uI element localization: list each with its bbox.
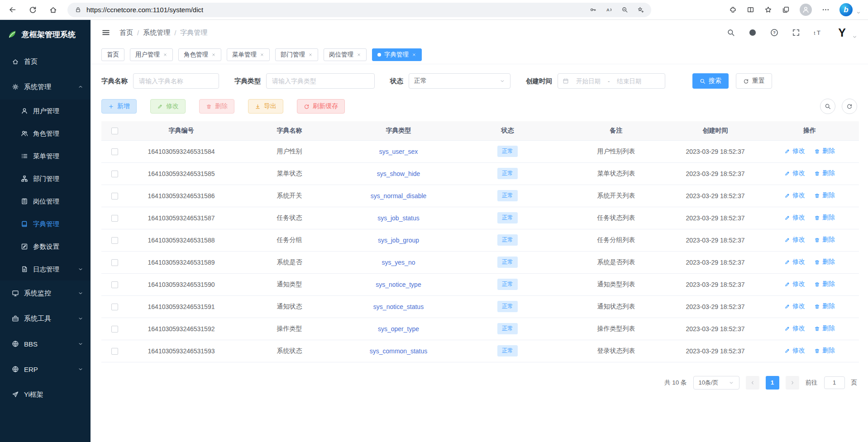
page-size-select[interactable]: 10条/页 — [693, 376, 739, 390]
github-icon[interactable] — [749, 29, 757, 37]
dict-type-link[interactable]: sys_oper_type — [378, 325, 419, 333]
user-menu-caret-icon[interactable] — [852, 34, 857, 39]
row-checkbox[interactable] — [111, 259, 118, 266]
tab-dept[interactable]: 部门管理 — [275, 48, 318, 61]
extensions-icon[interactable] — [729, 6, 737, 14]
delete-button[interactable]: 删除 — [199, 99, 234, 114]
refresh-cache-button[interactable]: 刷新缓存 — [297, 99, 345, 114]
add-favorite-icon[interactable] — [637, 6, 644, 13]
tab-role[interactable]: 角色管理 — [178, 48, 221, 61]
delete-row-link[interactable]: 删除 — [814, 214, 835, 222]
delete-row-link[interactable]: 删除 — [814, 236, 835, 244]
edit-row-link[interactable]: 修改 — [784, 191, 805, 200]
row-checkbox[interactable] — [111, 215, 118, 222]
browser-refresh-icon[interactable] — [29, 5, 37, 14]
edit-row-link[interactable]: 修改 — [784, 324, 805, 333]
edit-row-link[interactable]: 修改 — [784, 236, 805, 244]
split-screen-icon[interactable] — [747, 6, 754, 14]
read-aloud-icon[interactable]: A — [606, 6, 612, 13]
sidebar-item-system[interactable]: 系统管理 — [0, 74, 91, 100]
tab-close-icon[interactable] — [308, 52, 313, 57]
bing-copilot-icon[interactable]: b — [839, 3, 853, 16]
help-icon[interactable]: ? — [770, 29, 778, 37]
dict-type-link[interactable]: sys_user_sex — [379, 148, 418, 155]
status-select[interactable]: 正常 — [409, 73, 510, 89]
dict-type-link[interactable]: sys_yes_no — [382, 259, 415, 266]
sidebar-item-dict[interactable]: 字典管理 — [0, 213, 91, 235]
row-checkbox[interactable] — [111, 193, 118, 200]
sidebar-item-dept[interactable]: 部门管理 — [0, 167, 91, 190]
next-page-button[interactable] — [786, 376, 799, 390]
dict-name-input[interactable] — [133, 73, 219, 89]
breadcrumb-item[interactable]: 系统管理 — [143, 29, 170, 37]
dict-type-link[interactable]: sys_show_hide — [377, 170, 420, 177]
date-range-picker[interactable]: - — [558, 73, 665, 89]
row-checkbox[interactable] — [111, 348, 118, 355]
tab-close-icon[interactable] — [357, 52, 361, 57]
favorites-icon[interactable] — [764, 6, 772, 14]
user-avatar[interactable]: Y — [838, 26, 846, 39]
sidebar-item-log[interactable]: 日志管理 — [0, 258, 91, 280]
goto-page-input[interactable] — [824, 376, 845, 389]
edit-button[interactable]: 修改 — [150, 99, 186, 114]
row-checkbox[interactable] — [111, 304, 118, 310]
tab-close-icon[interactable] — [163, 52, 167, 57]
tab-close-icon[interactable] — [211, 52, 216, 57]
sidebar-item-param[interactable]: 参数设置 — [0, 235, 91, 258]
delete-row-link[interactable]: 删除 — [814, 191, 835, 200]
sidebar-item-monitor[interactable]: 系统监控 — [0, 280, 91, 306]
tab-close-icon[interactable] — [412, 52, 416, 57]
delete-row-link[interactable]: 删除 — [814, 302, 835, 310]
edit-row-link[interactable]: 修改 — [784, 258, 805, 266]
edit-row-link[interactable]: 修改 — [784, 214, 805, 222]
url-text[interactable]: https://ccnetcore.com:1101/system/dict — [86, 6, 203, 14]
sidebar-item-bbs[interactable]: BBS — [0, 331, 91, 356]
breadcrumb-item[interactable]: 字典管理 — [180, 29, 207, 37]
sidebar-item-role[interactable]: 角色管理 — [0, 122, 91, 145]
dict-type-link[interactable]: sys_notice_type — [376, 281, 421, 288]
browser-back-icon[interactable] — [8, 5, 17, 14]
search-button[interactable]: 搜索 — [692, 73, 729, 89]
tab-dict[interactable]: 字典管理 — [372, 48, 422, 61]
dict-type-link[interactable]: sys_job_group — [378, 237, 419, 244]
password-key-icon[interactable] — [590, 6, 596, 13]
edit-row-link[interactable]: 修改 — [784, 280, 805, 288]
font-size-icon[interactable]: tT — [814, 29, 822, 37]
delete-row-link[interactable]: 删除 — [814, 169, 835, 177]
sidebar-item-erp[interactable]: ERP — [0, 356, 91, 382]
tab-user[interactable]: 用户管理 — [130, 48, 173, 61]
sidebar-item-menu[interactable]: 菜单管理 — [0, 145, 91, 167]
sidebar-item-tools[interactable]: 系统工具 — [0, 306, 91, 331]
copilot-caret-icon[interactable] — [856, 10, 861, 15]
tab-menu[interactable]: 菜单管理 — [227, 48, 270, 61]
edit-row-link[interactable]: 修改 — [784, 147, 805, 155]
dict-type-link[interactable]: sys_common_status — [370, 347, 428, 355]
edit-row-link[interactable]: 修改 — [784, 302, 805, 310]
collections-icon[interactable] — [782, 6, 790, 14]
export-button[interactable]: 导出 — [248, 99, 283, 114]
end-date-input[interactable] — [611, 78, 647, 85]
edit-row-link[interactable]: 修改 — [784, 169, 805, 177]
row-checkbox[interactable] — [111, 148, 118, 155]
dict-type-link[interactable]: sys_job_status — [377, 214, 420, 222]
sidebar-item-user[interactable]: 用户管理 — [0, 100, 91, 122]
dict-type-link[interactable]: sys_notice_status — [373, 303, 424, 310]
tab-home[interactable]: 首页 — [101, 48, 124, 61]
row-checkbox[interactable] — [111, 281, 118, 288]
row-checkbox[interactable] — [111, 326, 118, 333]
reset-button[interactable]: 重置 — [736, 73, 772, 89]
address-bar[interactable]: https://ccnetcore.com:1101/system/dict A — [67, 3, 651, 17]
delete-row-link[interactable]: 删除 — [814, 347, 835, 355]
lock-icon[interactable] — [75, 6, 81, 13]
sidebar-item-home[interactable]: 首页 — [0, 49, 91, 74]
breadcrumb-item[interactable]: 首页 — [119, 29, 133, 37]
tab-post[interactable]: 岗位管理 — [324, 48, 367, 61]
dict-type-input[interactable] — [266, 73, 375, 89]
zoom-icon[interactable] — [621, 6, 628, 13]
sidebar-item-post[interactable]: 岗位管理 — [0, 190, 91, 213]
collapse-sidebar-icon[interactable] — [101, 28, 110, 37]
browser-menu-icon[interactable] — [822, 6, 830, 14]
add-button[interactable]: 新增 — [101, 99, 137, 114]
row-checkbox[interactable] — [111, 171, 118, 177]
delete-row-link[interactable]: 删除 — [814, 280, 835, 288]
